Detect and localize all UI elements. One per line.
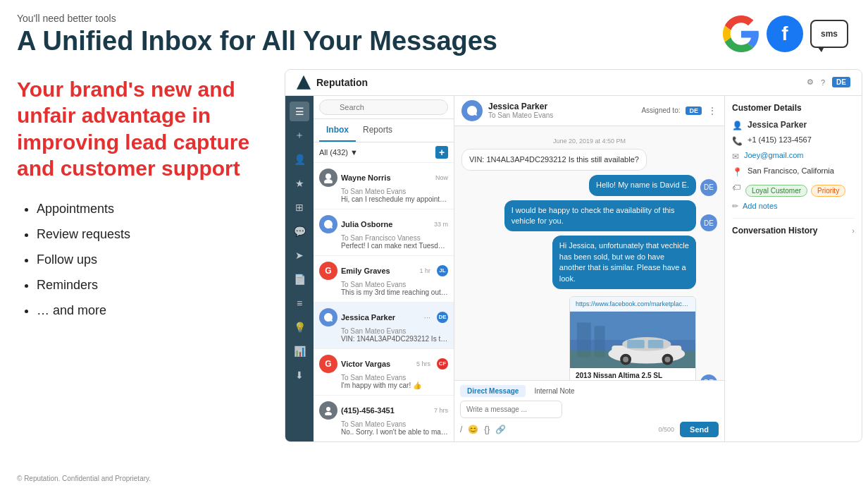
code-icon[interactable]: {} — [484, 425, 490, 434]
conv-item-julia-osborne[interactable]: Julia Osborne 33 m To San Francisco Vane… — [314, 209, 454, 256]
customer-location-row: 📍 San Francisco, California — [732, 166, 855, 177]
emoji-icon[interactable]: 😊 — [468, 425, 478, 434]
sidebar-grid-icon[interactable]: ⊞ — [290, 197, 309, 217]
conv-time-phone: 7 hrs — [434, 407, 448, 414]
customer-name: Jessica Parker — [748, 120, 807, 130]
help-icon[interactable]: ? — [821, 78, 825, 87]
app-logo-text: Reputation — [316, 77, 368, 88]
tab-reports[interactable]: Reports — [356, 119, 399, 142]
sidebar-list-icon[interactable]: ≡ — [290, 293, 309, 313]
sidebar-lightbulb-icon[interactable]: 💡 — [290, 317, 309, 337]
customer-location: San Francisco, California — [748, 166, 834, 175]
conv-badge-jessica: DE — [437, 312, 448, 323]
app-logo-icon — [297, 75, 311, 90]
add-notes-row[interactable]: ✏ Add notes — [732, 202, 855, 211]
conv-avatar-emily: G — [319, 262, 337, 280]
msg-date-divider: June 20, 2019 at 4:50 PM — [461, 138, 717, 145]
bullet-item-reminders: Reminders — [37, 272, 271, 298]
tags-container: Loyal Customer Priority — [745, 185, 845, 197]
msg-avatar — [461, 100, 483, 121]
conv-sub-wayne: To San Mateo Evans — [341, 188, 448, 195]
compose-tabs: Direct Message Internal Note — [460, 385, 719, 397]
google-icon — [723, 16, 760, 52]
bullet-item-review-requests: Review requests — [37, 221, 271, 247]
svg-point-17 — [664, 357, 670, 362]
active-chat-sub: To San Mateo Evans — [488, 111, 553, 119]
conv-time-emily: 1 hr — [419, 267, 430, 274]
inbox-filter-label[interactable]: All (432) ▼ — [319, 148, 358, 157]
tab-internal-note[interactable]: Internal Note — [527, 385, 581, 397]
conv-time-julia: 33 m — [434, 221, 448, 228]
inbox-filter-row: All (432) ▼ + — [314, 142, 454, 163]
tag-icon: 🏷 — [732, 183, 740, 193]
tag-priority[interactable]: Priority — [811, 185, 845, 197]
conv-preview-emily: This is my 3rd time reaching out I ... — [341, 288, 448, 296]
svg-rect-12 — [627, 340, 645, 348]
conv-name-julia: Julia Osborne — [341, 220, 392, 228]
send-button[interactable]: Send — [680, 422, 719, 437]
conv-badge-emily: JL — [437, 265, 448, 276]
search-bar: 🔍 — [314, 96, 454, 119]
msg-bubble-vin: VIN: 1N4AL3AP4DC293212 Is this still ava… — [461, 149, 647, 171]
conv-item-victor-vargas[interactable]: G Victor Vargas 5 hrs CF To San Mateo Ev… — [314, 349, 454, 396]
format-slash-icon[interactable]: / — [460, 425, 462, 434]
customer-tags-row: 🏷 Loyal Customer Priority — [732, 182, 855, 197]
conv-item-emily-graves[interactable]: G Emily Graves 1 hr JL To San Mateo Evan… — [314, 256, 454, 303]
conv-preview-victor: I'm happy with my car! 👍 — [341, 382, 448, 389]
more-options-icon[interactable]: ⋮ — [707, 105, 717, 116]
msg-sender-avatar: DE — [700, 179, 717, 196]
sidebar-person-icon[interactable]: 👤 — [290, 150, 309, 169]
sidebar-chart-icon[interactable]: 📊 — [290, 341, 309, 361]
conv-item-wayne-norris[interactable]: Wayne Norris Now To San Mateo Evans Hi, … — [314, 163, 454, 209]
conv-item-phone[interactable]: (415)-456-3451 7 hrs To San Mateo Evans … — [314, 396, 454, 441]
conv-sub-julia: To San Francisco Vaness — [341, 234, 448, 242]
conv-name-jessica: Jessica Parker — [341, 313, 395, 322]
conv-sub-victor: To San Mateo Evans — [341, 374, 448, 382]
add-notes-label: Add notes — [743, 202, 778, 210]
tab-inbox[interactable]: Inbox — [319, 119, 356, 142]
conv-name-wayne: Wayne Norris — [341, 173, 391, 182]
conv-avatar-wayne — [319, 169, 337, 187]
email-icon: ✉ — [732, 152, 739, 161]
chevron-right-icon: › — [852, 226, 855, 235]
sidebar-inbox-icon[interactable]: ☰ — [290, 102, 309, 121]
tab-direct-message[interactable]: Direct Message — [460, 385, 526, 397]
inbox-new-button[interactable]: + — [435, 146, 448, 159]
conv-avatar-julia — [319, 215, 337, 233]
svg-rect-13 — [648, 340, 664, 348]
attachment-icon[interactable]: 🔗 — [495, 425, 506, 434]
customer-email-row: ✉ Joey@gmail.com — [732, 151, 855, 161]
customer-panel-title: Customer Details — [732, 103, 855, 113]
conv-avatar-phone — [319, 401, 337, 420]
car-card-link[interactable]: https://www.facebook.com/marketplace/ite… — [570, 297, 695, 312]
location-icon: 📍 — [732, 167, 743, 177]
edit-icon: ✏ — [732, 202, 738, 211]
msg-bubble-check: I would be happy to check the availabili… — [504, 200, 696, 232]
msg-sender-avatar-3: DE — [700, 374, 717, 380]
conversation-history-row[interactable]: Conversation History › — [732, 218, 855, 236]
sidebar-chat-icon[interactable]: 💬 — [290, 221, 309, 241]
sidebar-plus-icon[interactable]: ＋ — [290, 126, 309, 145]
bullet-item-follow-ups: Follow ups — [37, 247, 271, 272]
svg-point-1 — [324, 179, 333, 183]
sidebar-star-icon[interactable]: ★ — [290, 173, 309, 193]
sidebar-send-icon[interactable]: ➤ — [290, 245, 309, 265]
conv-preview-jessica: VIN: 1N4AL3AP4DC293212 Is this still ... — [341, 335, 448, 343]
hero-text: Your brand's new and unfair advantage in… — [17, 76, 271, 182]
msg-sender-avatar-2: DE — [700, 214, 717, 231]
msg-row-vin-question: VIN: 1N4AL3AP4DC293212 Is this still ava… — [461, 149, 717, 171]
sidebar-doc-icon[interactable]: 📄 — [290, 269, 309, 289]
search-input[interactable] — [319, 99, 448, 115]
app-mockup: Reputation ⚙ ? DE ☰ ＋ 👤 ★ ⊞ 💬 ➤ 📄 ≡ 💡 — [285, 69, 862, 442]
compose-message-input[interactable] — [460, 401, 562, 418]
svg-point-15 — [623, 357, 628, 362]
conv-item-jessica-parker[interactable]: Jessica Parker ··· DE To San Mateo Evans… — [314, 303, 454, 349]
customer-name-row: 👤 Jessica Parker — [732, 120, 855, 130]
customer-email: Joey@gmail.com — [744, 151, 804, 159]
gear-icon[interactable]: ⚙ — [807, 78, 814, 87]
sidebar-download-icon[interactable]: ⬇ — [290, 365, 309, 385]
tag-loyal-customer[interactable]: Loyal Customer — [745, 185, 807, 197]
conv-avatar-jessica — [319, 308, 337, 327]
conversation-list: Wayne Norris Now To San Mateo Evans Hi, … — [314, 163, 454, 441]
bullet-item-appointments: Appointments — [37, 196, 271, 221]
